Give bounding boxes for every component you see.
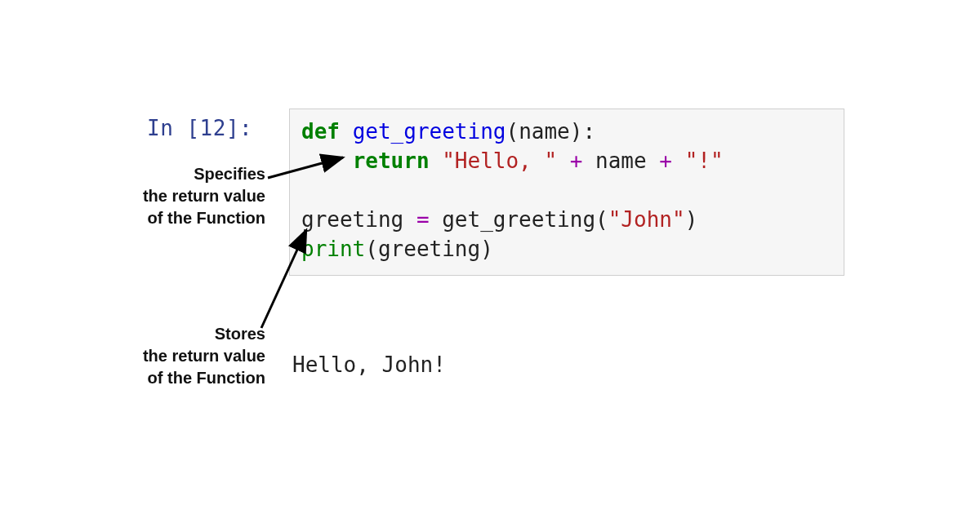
lparen-2: ( — [595, 207, 608, 232]
annotation-stores: Stores the return value of the Function — [86, 323, 265, 389]
call-print: print — [301, 237, 365, 261]
op-plus-2: + — [647, 148, 685, 173]
indent — [301, 148, 353, 173]
annotation-line: the return value — [86, 345, 265, 367]
str-john: "John" — [608, 207, 685, 232]
fn-name: get_greeting — [353, 119, 506, 144]
lparen: ( — [506, 119, 519, 144]
figure-root: In [12]: def get_greeting(name): return … — [0, 0, 980, 514]
rparen-3: ) — [480, 237, 493, 261]
rparen: ) — [570, 119, 583, 144]
annotation-line: the return value — [86, 185, 265, 207]
param-name: name — [519, 119, 570, 144]
kw-def: def — [301, 119, 340, 144]
cell-prompt: In [12]: — [147, 116, 252, 140]
op-plus-1: + — [557, 148, 595, 173]
call-name: get_greeting — [442, 207, 595, 232]
var-greeting: greeting — [301, 207, 403, 232]
lparen-3: ( — [365, 237, 378, 261]
annotation-line: of the Function — [86, 207, 265, 229]
colon: : — [582, 119, 595, 144]
arg-greeting: greeting — [378, 237, 480, 261]
annotation-line: Stores — [86, 323, 265, 345]
annotation-specifies: Specifies the return value of the Functi… — [86, 163, 265, 229]
kw-return: return — [353, 148, 430, 173]
code-block: def get_greeting(name): return "Hello, "… — [301, 117, 832, 264]
var-name: name — [595, 148, 647, 173]
op-eq: = — [403, 207, 442, 232]
annotation-line: Specifies — [86, 163, 265, 185]
str-hello: "Hello, " — [442, 148, 557, 173]
str-bang: "!" — [685, 148, 724, 173]
code-cell: def get_greeting(name): return "Hello, "… — [289, 109, 844, 276]
annotation-line: of the Function — [86, 367, 265, 389]
rparen-2: ) — [685, 207, 698, 232]
cell-output: Hello, John! — [292, 352, 446, 377]
